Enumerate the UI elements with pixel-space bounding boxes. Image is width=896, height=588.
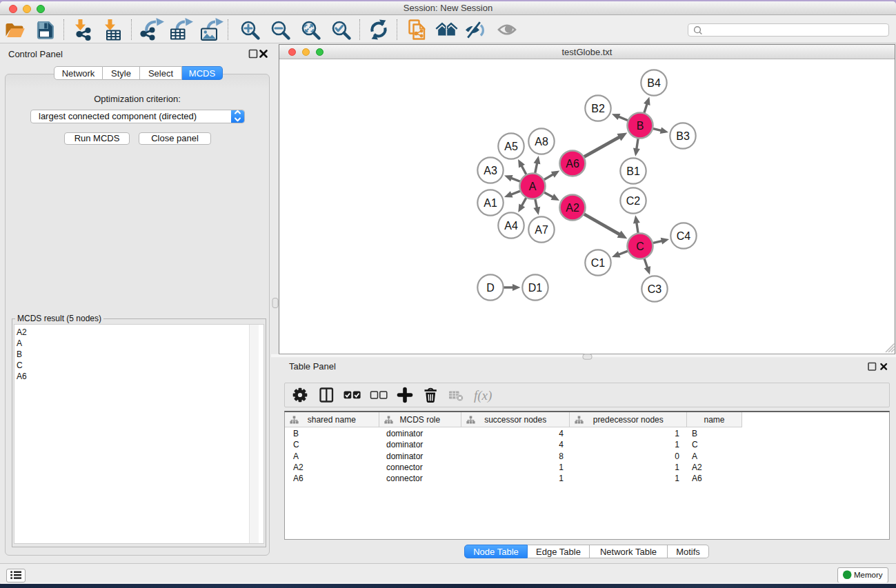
svg-text:Memory: Memory [854,571,883,579]
svg-text:f(x): f(x) [474,388,492,403]
